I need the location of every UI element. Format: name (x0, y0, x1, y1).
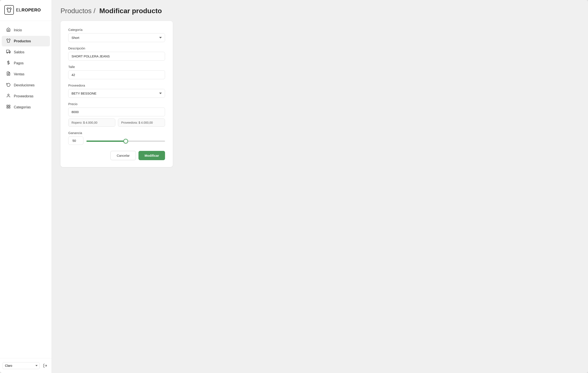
products-icon (6, 39, 11, 44)
form-group-proveedora: Proveedora BETY BESSONE OTRA PROVEEDORA (68, 83, 165, 98)
proveedora-select[interactable]: BETY BESSONE OTRA PROVEEDORA (68, 89, 165, 98)
sidebar-item-devoluciones[interactable]: Devoluciones (2, 80, 50, 91)
page-header: Productos / Modificar producto (61, 7, 579, 15)
sidebar-item-proveedoras-label: Proveedoras (14, 94, 33, 98)
sidebar-item-proveedoras[interactable]: Proveedoras (2, 91, 50, 101)
ventas-icon (6, 71, 11, 77)
ganancia-label: Ganancia (68, 131, 165, 135)
form-group-talle: Talle (68, 65, 165, 79)
sidebar-item-ventas-label: Ventas (14, 72, 24, 76)
breadcrumb-prefix: Productos / (61, 7, 95, 15)
form-group-precio: Precio Ropero: $ 4.000,00 Proveedora: $ … (68, 102, 165, 127)
saldos-icon (6, 50, 11, 55)
proveedora-share: Proveedora: $ 4.000,00 (118, 119, 165, 127)
form-group-descripcion: Descripción (68, 46, 165, 61)
sidebar-item-pagos-label: Pagos (14, 61, 23, 65)
proveedora-label: Proveedora (68, 83, 165, 87)
ganancia-slider[interactable] (86, 141, 165, 142)
sidebar-item-devoluciones-label: Devoluciones (14, 83, 35, 87)
sidebar-item-saldos-label: Saldos (14, 50, 24, 54)
sidebar-item-productos-label: Productos (14, 39, 31, 43)
categorias-icon (6, 104, 11, 110)
sidebar: ELROPERO Inicio Productos Saldos (0, 0, 52, 373)
form-group-categoria: Categoría Short Pollera Pantalón Remera … (68, 28, 165, 42)
proveedoras-icon (6, 93, 11, 99)
ropero-share: Ropero: $ 4.000,00 (68, 119, 115, 127)
categoria-select[interactable]: Short Pollera Pantalón Remera Vestido (68, 33, 165, 42)
logo-icon (4, 5, 14, 15)
price-split: Ropero: $ 4.000,00 Proveedora: $ 4.000,0… (68, 119, 165, 127)
cancel-button[interactable]: Cancelar (110, 151, 136, 160)
descripcion-label: Descripción (68, 46, 165, 50)
precio-input[interactable] (68, 108, 165, 116)
svg-point-6 (8, 94, 9, 96)
home-icon (6, 27, 11, 33)
svg-rect-0 (7, 50, 9, 52)
theme-select[interactable]: Claro Oscuro (3, 362, 40, 369)
sidebar-item-inicio[interactable]: Inicio (2, 25, 50, 35)
main-content: Productos / Modificar producto Categoría… (52, 0, 588, 373)
sidebar-item-categorias-label: Categorías (14, 105, 31, 109)
form-card: Categoría Short Pollera Pantalón Remera … (61, 21, 173, 167)
svg-rect-8 (9, 105, 10, 106)
svg-point-1 (7, 52, 8, 53)
svg-rect-10 (7, 107, 8, 108)
breadcrumb-current: Modificar producto (99, 7, 162, 15)
pagos-icon (6, 60, 11, 66)
devoluciones-icon (6, 82, 11, 88)
categoria-label: Categoría (68, 28, 165, 31)
page-title: Productos / Modificar producto (61, 7, 579, 15)
sidebar-nav: Inicio Productos Saldos Pagos (0, 21, 52, 358)
modify-button[interactable]: Modificar (138, 151, 165, 160)
logout-button[interactable] (41, 362, 49, 370)
svg-point-2 (9, 52, 10, 53)
sidebar-item-inicio-label: Inicio (14, 28, 22, 32)
logo-text: ELROPERO (16, 8, 41, 12)
precio-label: Precio (68, 102, 165, 106)
form-actions: Cancelar Modificar (68, 151, 165, 160)
sidebar-item-productos[interactable]: Productos (2, 36, 50, 46)
descripcion-input[interactable] (68, 52, 165, 61)
sidebar-item-ventas[interactable]: Ventas (2, 69, 50, 80)
sidebar-item-saldos[interactable]: Saldos (2, 47, 50, 57)
talle-label: Talle (68, 65, 165, 69)
svg-rect-9 (9, 107, 10, 108)
ganancia-row (68, 136, 165, 145)
sidebar-item-categorias[interactable]: Categorías (2, 102, 50, 112)
svg-rect-7 (7, 105, 8, 106)
sidebar-footer: Claro Oscuro (0, 358, 52, 373)
ganancia-input[interactable] (68, 136, 83, 145)
form-group-ganancia: Ganancia (68, 131, 165, 145)
sidebar-item-pagos[interactable]: Pagos (2, 58, 50, 68)
talle-input[interactable] (68, 70, 165, 79)
logo: ELROPERO (0, 0, 52, 21)
slider-wrapper (86, 139, 165, 143)
